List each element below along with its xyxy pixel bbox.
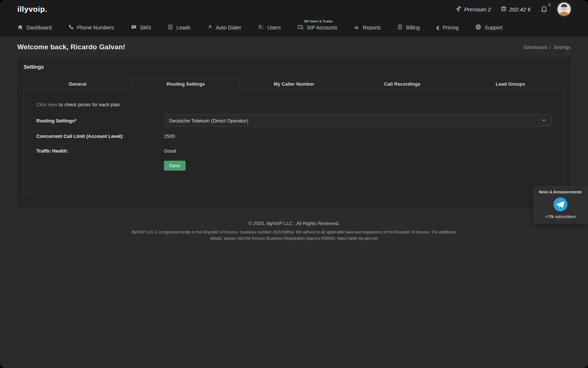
arrow-up-right-icon: [207, 24, 212, 31]
card-title: Settings: [24, 64, 564, 70]
users-icon: [258, 24, 264, 31]
tab-my-caller-number[interactable]: My Caller Number: [240, 78, 348, 90]
legal-text: IllyVoIP LLC is a registered entity in t…: [128, 229, 460, 242]
footer: © 2025, IllyVoIP LLC . All Rights Reserv…: [0, 221, 588, 242]
nav-item-leads[interactable]: Leads: [168, 24, 190, 31]
routing-select-value: Deutsche Telekom (Direct Operator): [169, 118, 248, 124]
nav-label: Dashboard: [26, 25, 52, 31]
call-limit-value: 2500: [164, 133, 552, 139]
routing-select[interactable]: Deutsche Telekom (Direct Operator): [164, 114, 552, 127]
plan-prices-suffix: to check prices for each plan.: [58, 102, 121, 107]
contact-card-icon: [168, 24, 173, 31]
euro-icon: €: [436, 25, 439, 31]
nav-label: Users: [267, 25, 281, 31]
save-button[interactable]: Save: [164, 161, 186, 171]
plan-label: Premium 2: [464, 6, 491, 12]
nav-item-auto-dialer[interactable]: Auto Dialer: [207, 24, 241, 31]
routing-settings-label: Routing Settings*: [36, 118, 164, 124]
nav-label: SMS: [140, 25, 151, 31]
nav-label: Leads: [176, 25, 190, 31]
breadcrumb-separator: /: [549, 44, 551, 50]
top-right-cluster: Premium 2 202.42 € 0: [456, 3, 571, 16]
notifications-bell[interactable]: 0: [540, 6, 548, 13]
tab-general[interactable]: General: [24, 78, 132, 90]
nav-label: SIP Accounts: [307, 25, 337, 31]
globe-icon: [475, 24, 481, 31]
chevron-down-icon: [541, 118, 546, 124]
nav-item-support[interactable]: Support: [475, 24, 503, 31]
nav-label: Auto Dialer: [216, 25, 241, 31]
signpost-icon: [456, 6, 462, 13]
plan-chip[interactable]: Premium 2: [456, 6, 491, 13]
plan-prices-link[interactable]: Click here: [36, 102, 58, 107]
call-limit-row: Concurrent Call Limit (Account Level): 2…: [36, 133, 552, 139]
breadcrumb: Dashboard / Settings: [524, 44, 571, 50]
nav-label: Pricing: [443, 25, 459, 31]
avatar-hair: [561, 4, 567, 7]
balance-chip[interactable]: 202.42 €: [501, 6, 531, 13]
notification-count: 0: [548, 3, 551, 7]
nav-item-sms[interactable]: SMS: [131, 24, 151, 31]
nav-item-reports[interactable]: Reports: [354, 24, 381, 31]
tab-routing-settings[interactable]: Routing Settings: [132, 78, 240, 90]
logo[interactable]: illyvoip.: [17, 5, 47, 14]
avatar[interactable]: [557, 3, 571, 16]
main-nav: Dashboard Phone Numbers SMS: [0, 18, 588, 37]
telegram-widget-title: News & Announcements: [535, 190, 586, 194]
traffic-health-label: Traffic Health:: [36, 148, 164, 154]
home-icon: [17, 24, 23, 31]
app-window: illyvoip. Premium 2 202.42 €: [0, 0, 588, 368]
nav-label: Reports: [363, 25, 381, 31]
tab-call-recordings[interactable]: Call Recordings: [348, 78, 456, 90]
settings-card: Settings General Routing Settings My Cal…: [17, 57, 571, 207]
traffic-health-value: Good: [164, 148, 552, 154]
copyright-text: © 2025, IllyVoIP LLC . All Rights Reserv…: [0, 221, 588, 226]
nav-label: Phone Numbers: [77, 25, 114, 31]
top-bar: illyvoip. Premium 2 202.42 €: [0, 0, 588, 18]
page-title: Welcome back, Ricardo Galvan!: [17, 43, 125, 51]
nav-item-phone-numbers[interactable]: Phone Numbers: [68, 24, 114, 31]
routing-settings-row: Routing Settings* Deutsche Telekom (Dire…: [36, 114, 552, 127]
traffic-health-row: Traffic Health: Good: [36, 147, 552, 154]
nav-item-sip-accounts[interactable]: SIP Users & Trunks SIP Accounts: [297, 24, 337, 31]
nav-item-billing[interactable]: Billing: [397, 24, 420, 31]
sip-accounts-badge: SIP Users & Trunks: [304, 19, 333, 23]
chat-icon: [131, 24, 137, 31]
bank-icon: [501, 6, 507, 13]
telegram-subscribers: +70k subscribers: [535, 214, 586, 219]
avatar-body: [559, 12, 569, 16]
telegram-widget[interactable]: News & Announcements +70k subscribers: [533, 186, 588, 224]
save-row: Save: [36, 161, 552, 171]
page-header: Welcome back, Ricardo Galvan! Dashboard …: [0, 37, 588, 57]
tab-bar: General Routing Settings My Caller Numbe…: [24, 78, 564, 90]
tab-lead-groups[interactable]: Lead Groups: [456, 78, 564, 90]
nav-item-pricing[interactable]: € Pricing: [436, 25, 458, 31]
devices-icon: [297, 24, 304, 31]
plan-prices-line: Click here to check prices for each plan…: [36, 102, 552, 108]
phone-icon: [68, 24, 74, 31]
nav-item-users[interactable]: Users: [258, 24, 281, 31]
telegram-icon[interactable]: [553, 197, 567, 211]
nav-item-dashboard[interactable]: Dashboard: [17, 24, 52, 31]
receipt-icon: [397, 24, 403, 31]
breadcrumb-current: Settings: [553, 44, 571, 50]
bar-chart-icon: [354, 24, 359, 31]
nav-label: Billing: [406, 25, 420, 31]
tab-panel-routing: Click here to check prices for each plan…: [24, 90, 564, 194]
call-limit-label: Concurrent Call Limit (Account Level):: [36, 133, 164, 139]
balance-amount: 202.42 €: [509, 6, 531, 12]
nav-label: Support: [485, 25, 503, 31]
breadcrumb-link-dashboard[interactable]: Dashboard: [524, 44, 547, 50]
